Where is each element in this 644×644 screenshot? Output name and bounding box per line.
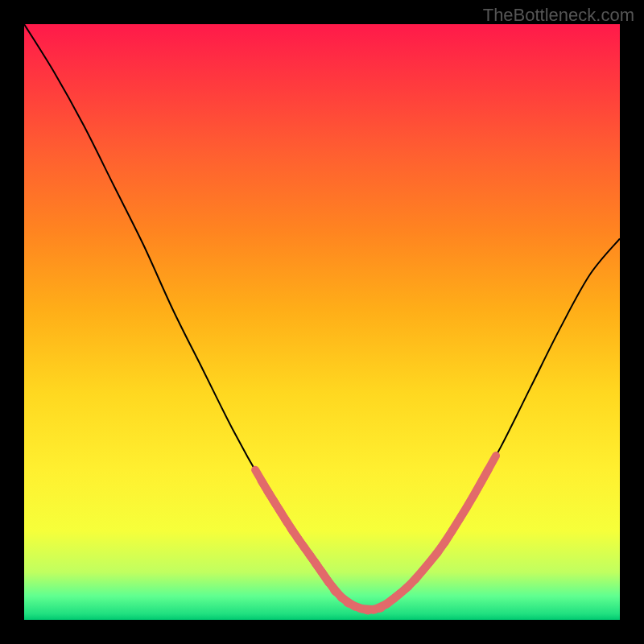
curve-svg <box>24 24 620 620</box>
dotted-highlight <box>255 456 496 610</box>
watermark-text: TheBottleneck.com <box>483 5 634 26</box>
plot-area <box>24 24 620 620</box>
bottleneck-curve <box>24 24 620 611</box>
svg-line-36 <box>481 456 496 481</box>
